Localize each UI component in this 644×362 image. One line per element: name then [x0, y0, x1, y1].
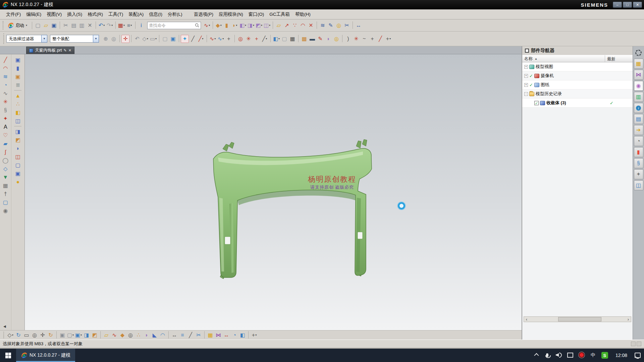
tray-expand-icon[interactable] [533, 352, 539, 358]
point-burst-icon[interactable]: ✳ [245, 35, 253, 43]
open-file-icon[interactable]: ▱ [42, 21, 50, 29]
scrollbar-thumb[interactable] [558, 317, 601, 321]
tab-close-icon[interactable]: ✕ [68, 48, 71, 53]
status-resize-grip[interactable] [637, 342, 641, 346]
datum-small-icon[interactable]: ▱ [102, 331, 110, 339]
analysis-small-icon[interactable]: ◔ [230, 331, 238, 339]
network-display-icon[interactable] [567, 352, 573, 358]
tree-row-model-views[interactable]: + 模型视图 [522, 62, 633, 71]
offset-face-icon[interactable]: ▢ [13, 161, 22, 169]
hd3d-tools-tab[interactable]: ▤ [634, 114, 643, 124]
save-icon[interactable]: ▣ [50, 21, 58, 29]
delete-face-icon[interactable]: ▣ [13, 169, 22, 178]
copy-icon[interactable]: ▤ [70, 21, 78, 29]
record-icon[interactable] [579, 352, 585, 358]
menu-file[interactable]: 文件(F) [3, 10, 23, 19]
shell-icon[interactable]: ◗ [324, 35, 332, 43]
subtract-icon[interactable]: ◨▾ [247, 21, 255, 29]
window-layout-tab[interactable]: ◫ [634, 180, 643, 190]
menu-gc-toolbox[interactable]: GC工具箱 [267, 10, 292, 19]
extrude-sheet-icon[interactable]: ▲ [13, 92, 22, 100]
selection-filter-combo[interactable]: 无选择过滤器 ▼ [6, 35, 47, 43]
view-orient-icon[interactable]: ◇▾ [6, 331, 14, 339]
face-analysis-icon[interactable]: ◩ [91, 331, 99, 339]
arc-tool-icon[interactable]: ◠ [1, 64, 10, 72]
sheet-trim-icon[interactable]: ◗ [13, 144, 22, 153]
scroll-right-arrow[interactable]: › [626, 317, 631, 321]
snapshot-icon[interactable]: ▣ [58, 331, 66, 339]
sketch-small-icon[interactable]: ∿ [110, 331, 118, 339]
menu-edit[interactable]: 编辑(E) [23, 10, 44, 19]
line-icon[interactable]: ╱ [189, 35, 197, 43]
subtract-body-icon[interactable]: ◩ [13, 136, 22, 144]
measure-small-icon[interactable]: ↔ [222, 331, 230, 339]
pattern-small-icon[interactable]: ∴ [135, 331, 143, 339]
expander-icon[interactable]: + [524, 74, 528, 78]
datum-axis-icon[interactable]: ↗ [283, 21, 291, 29]
minimize-button[interactable]: – [613, 2, 622, 8]
column-latest[interactable]: 最新 [605, 55, 633, 62]
more-tools-icon[interactable]: +▾ [250, 331, 258, 339]
toolbar-drag-handle[interactable] [3, 34, 5, 44]
constraint-small-icon[interactable]: ⋈ [214, 331, 222, 339]
view-cube-icon[interactable]: ◇▾ [141, 35, 149, 43]
menu-information[interactable]: 信息(I) [146, 10, 165, 19]
toolbar-drag-handle[interactable] [3, 21, 4, 29]
palette-collapse-arrow[interactable]: ◀ [3, 324, 6, 328]
pattern-feature-icon[interactable]: ◫▾ [263, 21, 271, 29]
part-navigator-tab[interactable]: ◉ [634, 81, 643, 91]
roll-tool-icon[interactable]: ◉ [1, 206, 10, 215]
menu-view[interactable]: 视图(V) [44, 10, 64, 19]
menu-analysis[interactable]: 分析(L) [165, 10, 185, 19]
line-point-icon[interactable]: ╱▾ [197, 35, 205, 43]
orient-view-icon[interactable]: ↶ [133, 35, 141, 43]
expander-icon[interactable]: − [524, 92, 528, 96]
star-point-icon[interactable]: ✳ [352, 35, 360, 43]
snap-scope-icon[interactable]: ⊕ [102, 35, 110, 43]
resource-settings-gear-icon[interactable] [634, 48, 643, 58]
ring-icon[interactable]: ◎ [332, 35, 340, 43]
tree-row-cameras[interactable]: + ✓ 摄像机 [522, 71, 633, 80]
maximize-button[interactable]: □ [623, 2, 632, 8]
unite-body-icon[interactable]: ◨ [13, 127, 22, 136]
sunroof-trim-panel-model[interactable] [208, 137, 376, 288]
pan-view-icon[interactable]: ✛ [39, 331, 47, 339]
search-icon[interactable] [195, 23, 199, 27]
circle-icon[interactable]: ◎ [236, 35, 245, 43]
assembly-navigator-tab[interactable]: ▦ [634, 59, 643, 69]
monitor-icon[interactable]: ▬ [308, 35, 316, 43]
zoom-view-icon[interactable]: ◎ [31, 331, 39, 339]
sphere-curve-icon[interactable]: ◯ [1, 156, 10, 165]
lasso-icon[interactable]: ▭▾ [149, 35, 157, 43]
selection-scope-combo[interactable]: 整个装配 ▼ [50, 35, 99, 43]
transform-icon[interactable]: ◇ [1, 165, 10, 173]
refresh-view-icon[interactable]: ↻ [14, 331, 22, 339]
hook-curve-icon[interactable]: ∫ [1, 148, 10, 156]
thread-icon[interactable]: ≣ [13, 81, 22, 89]
graphics-viewport[interactable]: 杨明原创教程 请支持原创 盗版必究 [25, 54, 522, 330]
rotate-view-icon[interactable]: ↻ [47, 331, 55, 339]
section-cube-icon[interactable]: ◧▾ [272, 35, 280, 43]
part-tab[interactable]: 天窗内饰板.prt ✎ ✕ [26, 47, 74, 54]
section-small-icon[interactable]: ◧ [238, 331, 247, 339]
windows-start-button[interactable] [0, 349, 16, 362]
cylinder-icon[interactable]: ▮ [13, 64, 22, 72]
arc-icon[interactable]: ◠ [299, 21, 307, 29]
navigator-horizontal-scrollbar[interactable]: ‹ › [524, 316, 631, 322]
command-info-icon[interactable]: i [137, 21, 145, 29]
expander-icon[interactable]: + [524, 83, 528, 87]
point-set-icon[interactable]: ∵ [291, 21, 299, 29]
selection-ball-icon[interactable]: ◎ [110, 35, 118, 43]
half-shaded-icon[interactable]: ◨ [83, 331, 91, 339]
wireframe-style-icon[interactable]: ▢ [161, 35, 169, 43]
bead-chain-icon[interactable]: § [1, 106, 10, 114]
menu-application[interactable]: 应用模块(N) [216, 10, 246, 19]
draft-small-icon[interactable]: ╱ [186, 331, 195, 339]
cube-point-icon[interactable]: ▢ [1, 198, 10, 206]
polyline-icon[interactable]: ∿ [1, 89, 10, 98]
menu-assemblies[interactable]: 装配(A) [126, 10, 146, 19]
bounding-cube-icon[interactable]: ▢ [280, 35, 288, 43]
extrude-small-icon[interactable]: ◆ [118, 331, 126, 339]
fit-curve-icon[interactable]: ~ [360, 35, 368, 43]
trim-small-icon[interactable]: ✂ [195, 331, 203, 339]
